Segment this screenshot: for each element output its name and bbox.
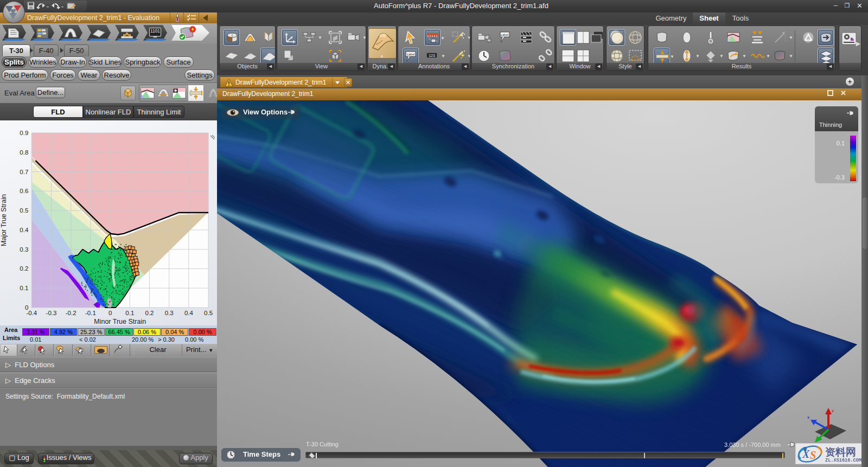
- svg-text:Label: Label: [501, 33, 509, 36]
- svg-text:z: z: [832, 408, 834, 413]
- svg-text:0.2: 0.2: [145, 310, 154, 316]
- svg-text:0.1: 0.1: [20, 285, 28, 291]
- svg-text:0.6: 0.6: [20, 188, 28, 194]
- svg-text:X: X: [802, 448, 810, 460]
- svg-text:x: x: [807, 415, 810, 420]
- svg-text:S: S: [810, 449, 816, 461]
- svg-text:Label: Label: [407, 53, 415, 56]
- svg-text:-0.3: -0.3: [46, 310, 57, 316]
- svg-text:Major True Strain: Major True Strain: [0, 194, 8, 246]
- svg-text:0: 0: [25, 304, 28, 311]
- svg-text:0.8: 0.8: [20, 149, 28, 156]
- svg-text:-0.1: -0.1: [85, 310, 96, 316]
- svg-text:0.5: 0.5: [20, 207, 28, 214]
- svg-text:0.2: 0.2: [20, 265, 28, 272]
- svg-text:0.1: 0.1: [125, 310, 134, 316]
- svg-text:-0.2: -0.2: [66, 310, 76, 316]
- svg-text:ZL.XS1616.COM: ZL.XS1616.COM: [825, 458, 861, 463]
- svg-text:0.7: 0.7: [20, 169, 28, 175]
- svg-text:0.4: 0.4: [20, 227, 29, 233]
- svg-text:0.3: 0.3: [165, 310, 174, 316]
- svg-text:1101: 1101: [150, 29, 160, 34]
- svg-text:Minor True Strain: Minor True Strain: [94, 318, 146, 325]
- svg-text:资料网: 资料网: [825, 446, 856, 458]
- svg-text:0.5: 0.5: [204, 310, 213, 316]
- svg-text:0.9: 0.9: [20, 130, 28, 136]
- svg-text:0: 0: [108, 310, 112, 316]
- svg-text:0.3: 0.3: [20, 246, 28, 253]
- svg-text:123: 123: [429, 54, 435, 57]
- svg-text:0.4: 0.4: [184, 310, 194, 316]
